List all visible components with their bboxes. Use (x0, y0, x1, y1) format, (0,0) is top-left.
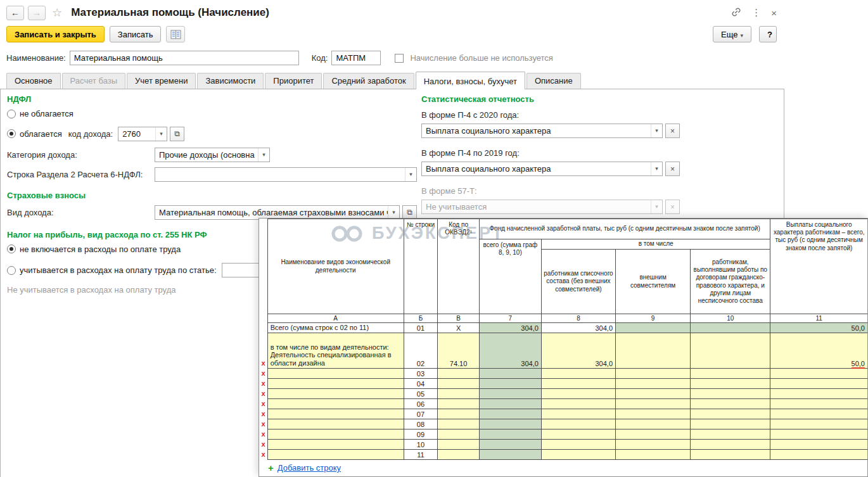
f57t-combo[interactable]: Не учитывается ▾ (421, 200, 663, 214)
value-cell-7[interactable] (479, 378, 541, 388)
value-cell-7[interactable]: 304,0 (479, 323, 541, 333)
value-cell-8[interactable]: 304,0 (541, 333, 615, 368)
value-cell-7[interactable]: 304,0 (479, 333, 541, 368)
delete-row-icon[interactable]: x (262, 369, 265, 377)
value-cell-9[interactable] (616, 449, 691, 459)
okved-code-cell[interactable] (438, 368, 480, 378)
okved-code-cell[interactable] (438, 388, 480, 398)
value-cell-8[interactable] (541, 419, 615, 429)
code-input[interactable] (331, 51, 381, 65)
radio-included-expenses[interactable]: учитывается в расходах на оплату труда п… (7, 265, 217, 275)
chevron-down-icon[interactable]: ▾ (155, 127, 167, 141)
value-cell-7[interactable] (479, 439, 541, 449)
link-icon[interactable] (731, 7, 741, 19)
activity-name-cell[interactable]: в том числе по видам деятельности:Деятел… (267, 333, 404, 368)
value-cell-7[interactable] (479, 429, 541, 439)
okved-code-cell[interactable] (438, 419, 480, 429)
menu-dots-icon[interactable]: ⋮ (751, 7, 761, 18)
value-cell-10[interactable] (691, 409, 770, 419)
value-cell-11[interactable]: 50,0 (770, 323, 868, 333)
delete-row-icon[interactable]: x (262, 430, 265, 438)
value-cell-10[interactable] (691, 439, 770, 449)
value-cell-10[interactable] (691, 398, 770, 409)
tab-3[interactable]: Учет времени (127, 73, 196, 89)
value-cell-10[interactable] (691, 449, 770, 459)
chevron-down-icon[interactable]: ▾ (388, 206, 399, 219)
save-and-close-button[interactable]: Записать и закрыть (6, 26, 105, 42)
delete-row-icon[interactable]: x (262, 390, 265, 397)
tab-1[interactable]: Основное (6, 73, 61, 89)
activity-name-cell[interactable] (267, 429, 404, 439)
value-cell-7[interactable] (479, 368, 541, 378)
value-cell-10[interactable] (691, 419, 770, 429)
activity-name-cell[interactable] (267, 378, 404, 388)
value-cell-11[interactable] (770, 398, 868, 409)
p4-2020-combo[interactable]: Выплата социального характера ▾ (421, 124, 663, 138)
value-cell-10[interactable] (691, 333, 770, 368)
value-cell-11[interactable] (770, 409, 868, 419)
value-cell-10[interactable] (691, 378, 770, 388)
tab-6[interactable]: Средний заработок (323, 73, 414, 89)
not-used-checkbox[interactable] (395, 54, 404, 63)
tab-7[interactable]: Налоги, взносы, бухучет (416, 72, 525, 89)
value-cell-9[interactable] (616, 368, 691, 378)
value-cell-9[interactable] (616, 323, 691, 333)
value-cell-9[interactable] (616, 398, 691, 409)
delete-row-icon[interactable]: x (262, 400, 265, 407)
radio-taxed[interactable]: облагается (7, 129, 62, 139)
radio-not-included-expenses[interactable]: не включается в расходы по оплате труда (7, 245, 181, 254)
value-cell-8[interactable] (541, 429, 615, 439)
value-cell-7[interactable] (479, 409, 541, 419)
value-cell-8[interactable] (541, 378, 615, 388)
value-cell-9[interactable] (616, 333, 691, 368)
okved-code-cell[interactable] (438, 439, 480, 449)
value-cell-10[interactable] (691, 388, 770, 398)
okved-code-cell[interactable] (438, 378, 480, 388)
activity-name-cell[interactable] (267, 419, 404, 429)
help-button[interactable]: ? (759, 26, 777, 42)
add-row-link[interactable]: Добавить строку (278, 463, 341, 473)
activity-name-cell[interactable] (267, 388, 404, 398)
value-cell-11[interactable] (770, 378, 868, 388)
p4-2019-combo[interactable]: Выплата социального характера ▾ (421, 162, 663, 176)
value-cell-9[interactable] (616, 439, 691, 449)
tab-2[interactable]: Расчет базы (62, 73, 126, 89)
value-cell-8[interactable] (541, 439, 615, 449)
value-cell-8[interactable] (541, 409, 615, 419)
value-cell-9[interactable] (616, 378, 691, 388)
close-icon[interactable]: × (771, 8, 777, 18)
activity-name-cell[interactable] (267, 409, 404, 419)
activity-name-cell[interactable] (267, 368, 404, 378)
tab-8[interactable]: Описание (527, 73, 581, 89)
value-cell-9[interactable] (616, 419, 691, 429)
back-button[interactable]: ← (6, 6, 24, 20)
section2-combo[interactable]: ▾ (155, 167, 417, 182)
value-cell-9[interactable] (616, 388, 691, 398)
value-cell-11[interactable] (770, 388, 868, 398)
delete-row-icon[interactable]: x (262, 379, 265, 387)
value-cell-9[interactable] (616, 429, 691, 439)
okved-code-cell[interactable] (438, 398, 480, 409)
value-cell-8[interactable] (541, 368, 615, 378)
forward-button[interactable]: → (28, 6, 46, 20)
value-cell-10[interactable] (691, 429, 770, 439)
value-cell-8[interactable]: 304,0 (541, 323, 615, 333)
value-cell-7[interactable] (479, 419, 541, 429)
value-cell-7[interactable] (479, 388, 541, 398)
save-button[interactable]: Записать (110, 26, 162, 42)
value-cell-7[interactable] (479, 398, 541, 409)
chevron-down-icon[interactable]: ▾ (651, 124, 662, 137)
tab-5[interactable]: Приоритет (265, 73, 322, 89)
income-code-open-button[interactable]: ⧉ (170, 127, 184, 141)
chevron-down-icon[interactable]: ▾ (258, 148, 269, 162)
value-cell-9[interactable] (616, 409, 691, 419)
okved-code-cell[interactable] (438, 429, 480, 439)
delete-row-icon[interactable]: x (262, 440, 265, 448)
value-cell-8[interactable] (541, 388, 615, 398)
ledger-report-icon[interactable] (166, 26, 185, 42)
activity-name-cell[interactable] (267, 439, 404, 449)
value-cell-11[interactable] (770, 449, 868, 459)
chevron-down-icon[interactable]: ▾ (405, 168, 416, 181)
more-button[interactable]: Еще▾ (713, 26, 751, 42)
value-cell-8[interactable] (541, 398, 615, 409)
